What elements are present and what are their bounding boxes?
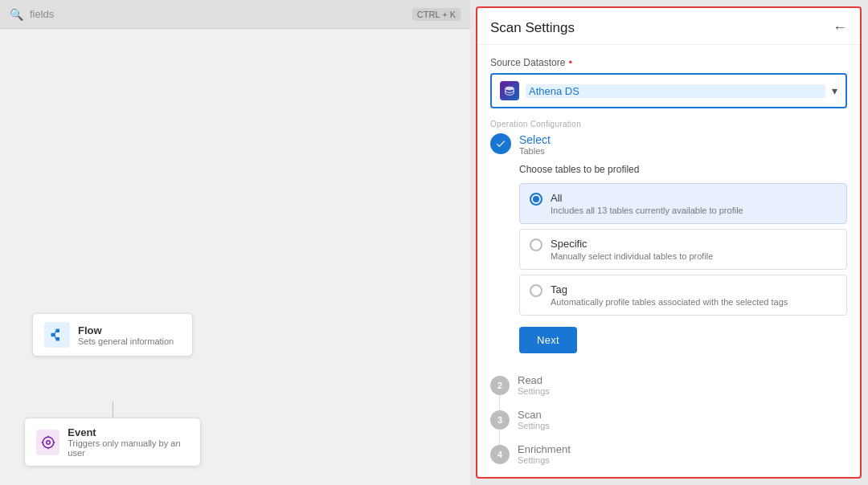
search-shortcut: CTRL + K	[412, 8, 461, 21]
step-num-3: 3	[490, 410, 510, 430]
step-sub-enrichment: Settings	[518, 455, 571, 465]
left-panel: 🔍 fields CTRL + K Flow Sets general info…	[0, 0, 470, 485]
datastore-icon	[500, 81, 519, 100]
flow-card-title: Flow	[78, 324, 174, 336]
step-name-read: Read	[518, 374, 550, 386]
svg-line-4	[55, 335, 56, 339]
radio-option-tag[interactable]: Tag Automatically profile tables associa…	[519, 275, 847, 316]
panel-title: Scan Settings	[490, 20, 575, 36]
step-num-2: 2	[490, 376, 510, 395]
scan-settings-panel: Scan Settings ← Source Datastore • Athen…	[476, 6, 862, 479]
select-step-header: Select Tables	[490, 133, 847, 156]
svg-point-5	[43, 437, 54, 448]
radio-circle-all	[530, 193, 542, 206]
radio-title-all: All	[551, 192, 743, 204]
radio-content-tag: Tag Automatically profile tables associa…	[551, 283, 788, 307]
back-icon: ←	[833, 19, 847, 36]
steps-list: 2 Read Settings 3 Scan Settings 4 Enrich…	[490, 368, 847, 471]
required-indicator: •	[568, 56, 572, 68]
flow-card-subtitle: Sets general information	[78, 336, 174, 346]
search-text: fields	[30, 8, 54, 20]
panel-header: Scan Settings ←	[477, 8, 860, 45]
svg-rect-0	[51, 333, 55, 337]
step-sub-read: Settings	[518, 386, 550, 396]
panel-body: Source Datastore • Athena DS ▾ Operation…	[477, 45, 860, 477]
flow-card: Flow Sets general information	[32, 313, 193, 357]
flow-icon	[44, 322, 70, 348]
source-datastore-label: Source Datastore •	[490, 56, 847, 68]
svg-line-3	[55, 331, 56, 335]
search-bar[interactable]: 🔍 fields CTRL + K	[0, 0, 470, 29]
step-item-read: 2 Read Settings	[490, 368, 847, 402]
svg-point-11	[506, 87, 514, 91]
next-button[interactable]: Next	[519, 327, 577, 353]
radio-title-tag: Tag	[551, 283, 788, 295]
select-step-icon	[490, 133, 511, 154]
radio-option-all[interactable]: All Includes all 13 tables currently ava…	[519, 183, 847, 224]
step-name-scan: Scan	[518, 409, 550, 421]
step-num-4: 4	[490, 445, 510, 464]
radio-content-specific: Specific Manually select individual tabl…	[551, 238, 713, 261]
radio-circle-tag	[530, 284, 542, 297]
radio-title-specific: Specific	[551, 238, 713, 250]
datastore-select[interactable]: Athena DS ▾	[490, 73, 847, 108]
event-icon	[36, 430, 59, 455]
step-item-scan: 3 Scan Settings	[490, 402, 847, 437]
search-icon: 🔍	[10, 8, 23, 21]
select-step-name: Select	[519, 133, 551, 146]
operation-config-label: Operation Configuration	[490, 120, 847, 128]
step-sub-scan: Settings	[518, 421, 550, 430]
step-name-enrichment: Enrichment	[518, 443, 571, 455]
radio-circle-specific	[530, 238, 542, 251]
svg-point-6	[46, 440, 50, 444]
radio-content-all: All Includes all 13 tables currently ava…	[551, 192, 743, 215]
back-button[interactable]: ←	[833, 19, 847, 36]
choose-tables-label: Choose tables to be profiled	[519, 164, 847, 175]
radio-group: All Includes all 13 tables currently ava…	[519, 183, 847, 316]
event-card-title: Event	[68, 426, 189, 438]
select-step-sublabel: Tables	[519, 146, 551, 156]
select-step-info: Select Tables	[519, 133, 551, 156]
svg-rect-2	[56, 337, 60, 341]
step-item-enrichment: 4 Enrichment Settings	[490, 437, 847, 471]
datastore-name: Athena DS	[526, 84, 825, 98]
radio-option-specific[interactable]: Specific Manually select individual tabl…	[519, 229, 847, 270]
svg-rect-1	[56, 329, 60, 333]
radio-desc-specific: Manually select individual tables to pro…	[551, 251, 713, 261]
radio-desc-all: Includes all 13 tables currently availab…	[551, 206, 743, 215]
radio-desc-tag: Automatically profile tables associated …	[551, 297, 788, 307]
event-card-subtitle: Triggers only manually by an user	[68, 438, 189, 458]
dropdown-arrow-icon: ▾	[832, 84, 837, 97]
radio-dot-all	[533, 196, 539, 202]
event-card: Event Triggers only manually by an user	[24, 418, 201, 467]
